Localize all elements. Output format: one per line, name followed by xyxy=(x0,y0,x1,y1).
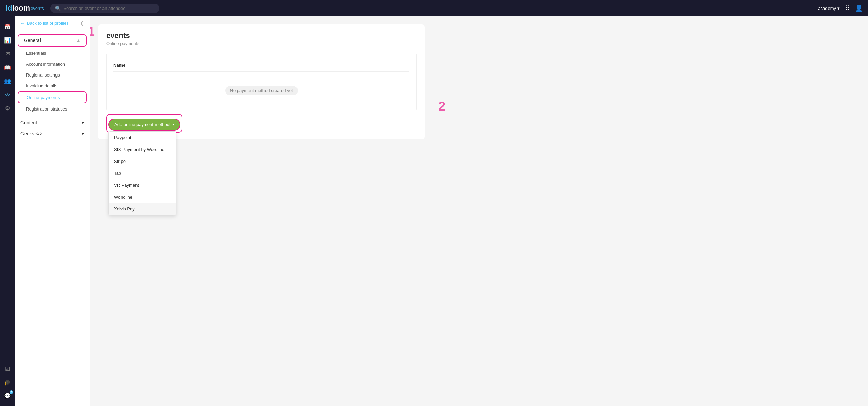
search-icon: 🔍 xyxy=(55,6,61,11)
nav-item-essentials[interactable]: Essentials xyxy=(18,48,87,58)
nav-item-regional-settings[interactable]: Regional settings xyxy=(18,70,87,80)
payment-method-tap[interactable]: Tap xyxy=(109,167,176,179)
chevron-down-icon-geeks: ▾ xyxy=(82,131,84,136)
nav-section-geeks-label: Geeks </> xyxy=(20,131,43,136)
add-payment-wrapper: Add online payment method ▾ Paypoint SIX… xyxy=(106,114,182,133)
payment-method-worldline[interactable]: Worldline xyxy=(109,191,176,203)
empty-state: No payment method created yet xyxy=(113,76,409,105)
add-payment-label: Add online payment method xyxy=(114,122,170,127)
add-payment-button[interactable]: Add online payment method ▾ xyxy=(108,119,180,131)
navbar-right: academy ▾ ⠿ 👤 xyxy=(818,4,863,12)
column-name-header: Name xyxy=(113,63,125,68)
sidebar-icon-settings[interactable]: ⚙ xyxy=(1,102,14,114)
brand-events: events xyxy=(31,6,44,11)
nav-section-geeks-header[interactable]: Geeks </> ▾ xyxy=(15,128,90,139)
brand-logo[interactable]: idloom events xyxy=(5,4,44,13)
payment-method-xolvis[interactable]: Xolvis Pay xyxy=(109,203,176,215)
sidebar-icon-chart[interactable]: 📊 xyxy=(1,34,14,46)
payment-methods-dropdown: Paypoint SIX Payment by Wordline Stripe … xyxy=(108,131,176,215)
payment-method-vr[interactable]: VR Payment xyxy=(109,179,176,191)
grid-icon[interactable]: ⠿ xyxy=(845,4,850,12)
payment-method-six[interactable]: SIX Payment by Wordline xyxy=(109,143,176,155)
step-1-number: 1 xyxy=(90,24,95,39)
nav-item-invoicing-details[interactable]: Invoicing details xyxy=(18,81,87,91)
collapse-button[interactable]: ❮ xyxy=(80,20,84,26)
dropdown-wrapper: Add online payment method ▾ Paypoint SIX… xyxy=(108,116,180,131)
search-bar[interactable]: 🔍 xyxy=(50,4,159,13)
sidebar-icon-code[interactable]: </> xyxy=(1,88,14,101)
nav-section-general-header[interactable]: General ▲ xyxy=(18,34,87,47)
table-header: Name xyxy=(113,58,409,72)
sidebar-icon-book[interactable]: 📖 xyxy=(1,61,14,73)
nav-sidebar: ← Back to list of profiles ❮ General ▲ E… xyxy=(15,16,90,406)
search-input[interactable] xyxy=(63,6,155,11)
icon-sidebar: 📅 📊 ✉ 📖 👥 </> ⚙ ☑ 🎓 💬 7 xyxy=(0,16,15,406)
nav-item-account-information[interactable]: Account information xyxy=(18,59,87,69)
content-card: 1 events Online payments Name No payment… xyxy=(98,24,425,139)
sidebar-icon-envelope[interactable]: ✉ xyxy=(1,48,14,60)
payment-method-paypoint[interactable]: Paypoint xyxy=(109,132,176,143)
empty-state-badge: No payment method created yet xyxy=(225,86,298,95)
back-link-label: Back to list of profiles xyxy=(27,21,69,26)
dropdown-arrow-icon: ▾ xyxy=(172,122,174,127)
sidebar-icon-graduation[interactable]: 🎓 xyxy=(1,376,14,388)
chat-badge: 7 xyxy=(10,390,13,394)
icon-sidebar-bottom: ☑ 🎓 💬 7 xyxy=(1,362,14,406)
nav-item-online-payments[interactable]: Online payments xyxy=(18,91,87,103)
sidebar-icon-calendar[interactable]: 📅 xyxy=(1,20,14,33)
brand-loom: loom xyxy=(12,4,30,13)
payments-table-wrapper: Name No payment method created yet xyxy=(106,53,417,111)
nav-section-general: General ▲ Essentials Account information… xyxy=(15,30,90,117)
payment-method-stripe[interactable]: Stripe xyxy=(109,155,176,167)
content-area: 1 events Online payments Name No payment… xyxy=(90,16,868,406)
user-icon[interactable]: 👤 xyxy=(855,4,863,12)
sidebar-icon-users[interactable]: 👥 xyxy=(1,75,14,87)
sidebar-icon-chat[interactable]: 💬 7 xyxy=(1,390,14,402)
back-to-profiles-link[interactable]: ← Back to list of profiles ❮ xyxy=(15,16,90,30)
chevron-up-icon: ▲ xyxy=(76,38,81,43)
nav-section-content-header[interactable]: Content ▾ xyxy=(15,117,90,128)
back-arrow-icon: ← xyxy=(20,21,25,26)
sidebar-icon-checklist[interactable]: ☑ xyxy=(1,362,14,375)
nav-item-registration-statuses[interactable]: Registration statuses xyxy=(18,104,87,114)
step-2-number: 2 xyxy=(438,99,445,114)
nav-section-content-label: Content xyxy=(20,120,37,125)
chevron-down-icon-content: ▾ xyxy=(82,120,84,125)
main-layout: 📅 📊 ✉ 📖 👥 </> ⚙ ☑ 🎓 💬 7 ← Back to list o… xyxy=(0,16,868,406)
page-title: events xyxy=(106,31,417,40)
nav-section-general-label: General xyxy=(24,38,41,43)
page-subtitle: Online payments xyxy=(106,41,417,46)
navbar: idloom events 🔍 academy ▾ ⠿ 👤 xyxy=(0,0,868,16)
academy-button[interactable]: academy ▾ xyxy=(818,6,840,11)
brand-id: id xyxy=(5,4,12,13)
